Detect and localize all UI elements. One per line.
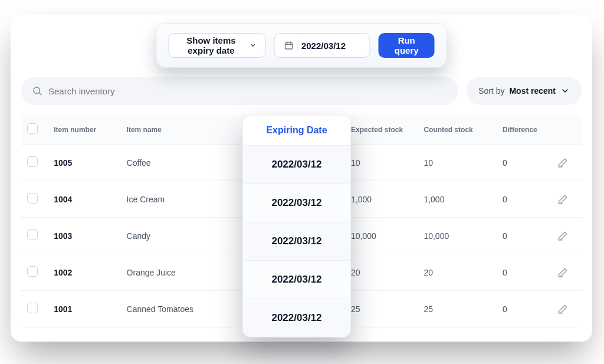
edit-icon bbox=[557, 158, 568, 168]
cell-item-name: Ice Cream bbox=[121, 181, 242, 218]
select-all-checkbox[interactable] bbox=[27, 123, 38, 134]
edit-icon bbox=[557, 304, 568, 314]
row-edit-button[interactable] bbox=[552, 218, 582, 254]
edit-icon bbox=[557, 194, 568, 205]
cell-counted-stock: 25 bbox=[418, 291, 497, 327]
expiring-date-overlay: Expiring Date 2022/03/122022/03/122022/0… bbox=[242, 115, 351, 337]
cell-item-name: Candy bbox=[121, 218, 242, 254]
cell-expected-stock: 10 bbox=[345, 145, 418, 181]
col-actions bbox=[552, 115, 582, 145]
app-card: Show items expiry date Run query Sort by… bbox=[11, 15, 592, 342]
row-edit-button[interactable] bbox=[552, 181, 582, 218]
expiry-scope-dropdown[interactable]: Show items expiry date bbox=[169, 33, 266, 58]
sort-value: Most recent bbox=[509, 86, 556, 96]
chevron-down-icon bbox=[560, 86, 570, 96]
cell-expected-stock: 25 bbox=[345, 291, 418, 327]
cell-difference: 0 bbox=[497, 218, 552, 254]
cell-item-name: Orange Juice bbox=[121, 254, 242, 291]
cell-item-number: 1004 bbox=[48, 181, 120, 218]
edit-icon bbox=[557, 231, 568, 241]
cell-counted-stock: 10,000 bbox=[418, 218, 497, 254]
row-checkbox[interactable] bbox=[27, 193, 38, 204]
cell-item-number: 1002 bbox=[48, 254, 120, 291]
svg-rect-0 bbox=[285, 42, 293, 49]
query-panel: Show items expiry date Run query bbox=[156, 23, 447, 68]
cell-difference: 0 bbox=[497, 291, 552, 327]
expiring-date-cell: 2022/03/12 bbox=[243, 222, 350, 260]
date-picker[interactable] bbox=[274, 33, 370, 58]
cell-item-name: Coffee bbox=[121, 145, 242, 181]
edit-icon bbox=[557, 267, 568, 278]
cell-expected-stock: 1,000 bbox=[345, 181, 418, 218]
sort-dropdown[interactable]: Sort by Most recent bbox=[467, 77, 582, 105]
cell-item-number: 1005 bbox=[48, 145, 120, 181]
chevron-down-icon bbox=[250, 41, 256, 50]
cell-expected-stock: 20 bbox=[345, 254, 418, 291]
dropdown-label: Show items expiry date bbox=[179, 35, 244, 55]
calendar-icon bbox=[284, 41, 294, 50]
search-icon bbox=[32, 86, 42, 96]
row-edit-button[interactable] bbox=[552, 254, 582, 291]
expiring-date-cell: 2022/03/12 bbox=[243, 299, 350, 337]
cell-difference: 0 bbox=[497, 181, 552, 218]
cell-difference: 0 bbox=[497, 145, 552, 181]
col-difference: Difference bbox=[497, 115, 552, 145]
search-input[interactable] bbox=[48, 86, 448, 96]
expiring-date-cell: 2022/03/12 bbox=[243, 183, 350, 222]
sort-prefix: Sort by bbox=[478, 86, 504, 96]
col-counted-stock: Counted stock bbox=[418, 115, 497, 145]
svg-line-5 bbox=[39, 93, 41, 94]
col-expected-stock: Expected stock bbox=[345, 115, 418, 145]
row-checkbox[interactable] bbox=[27, 266, 38, 277]
run-query-button[interactable]: Run query bbox=[379, 33, 435, 58]
search-box[interactable] bbox=[21, 77, 458, 105]
row-checkbox[interactable] bbox=[27, 156, 38, 167]
cell-counted-stock: 1,000 bbox=[418, 181, 497, 218]
cell-difference: 0 bbox=[497, 254, 552, 291]
toolbar: Sort by Most recent bbox=[21, 77, 582, 105]
cell-expected-stock: 10,000 bbox=[345, 218, 418, 254]
cell-item-number: 1003 bbox=[48, 218, 120, 254]
divider bbox=[297, 39, 298, 52]
cell-item-name: Canned Tomatoes bbox=[121, 291, 242, 327]
expiring-date-cell: 2022/03/12 bbox=[243, 260, 350, 299]
expiring-date-overlay-header: Expiring Date bbox=[243, 116, 350, 145]
col-item-number: Item number bbox=[48, 115, 120, 145]
cell-counted-stock: 10 bbox=[418, 145, 497, 181]
row-edit-button[interactable] bbox=[552, 145, 582, 181]
col-item-name: Item name bbox=[121, 115, 242, 145]
cell-counted-stock: 20 bbox=[418, 254, 497, 291]
row-checkbox[interactable] bbox=[27, 303, 38, 313]
date-input[interactable] bbox=[301, 41, 360, 51]
expiring-date-cell: 2022/03/12 bbox=[243, 145, 350, 183]
cell-item-number: 1001 bbox=[48, 291, 120, 327]
row-edit-button[interactable] bbox=[552, 291, 582, 327]
row-checkbox[interactable] bbox=[27, 229, 38, 240]
